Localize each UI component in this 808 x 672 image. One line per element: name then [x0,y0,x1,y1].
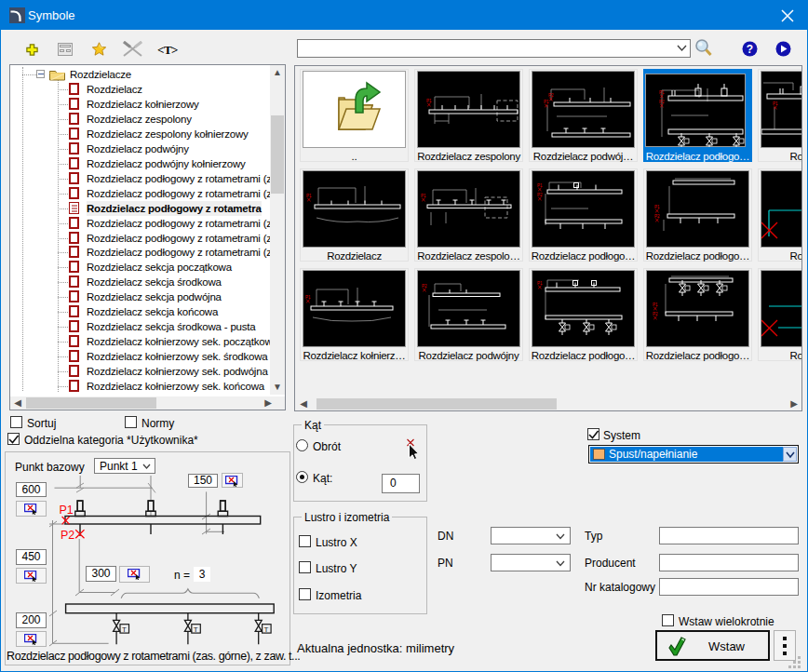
svg-text:P1: P1 [537,183,543,188]
svg-text:P2: P2 [422,284,427,289]
svg-text:P1: P1 [659,90,665,95]
svg-text:P1: P1 [421,194,426,198]
svg-text:P2: P2 [654,214,660,219]
svg-text:P1: P1 [653,302,658,307]
svg-text:P1: P1 [537,281,543,286]
svg-text:P1: P1 [426,99,432,103]
svg-text:T: T [122,625,127,634]
svg-text:P2: P2 [548,93,554,98]
svg-text:P1: P1 [773,101,778,106]
svg-text:?: ? [747,43,753,56]
svg-text:P2: P2 [537,193,543,197]
svg-text:P1: P1 [60,504,74,517]
svg-text:P1: P1 [544,100,549,104]
svg-text:P2: P2 [61,529,74,542]
svg-text:P2: P2 [659,100,665,104]
svg-text:P1: P1 [306,194,312,198]
svg-text:P1: P1 [305,295,311,300]
svg-text:T: T [264,625,269,634]
svg-text:T: T [194,625,198,634]
svg-text:P1: P1 [654,205,660,209]
svg-text:P2: P2 [653,312,658,316]
